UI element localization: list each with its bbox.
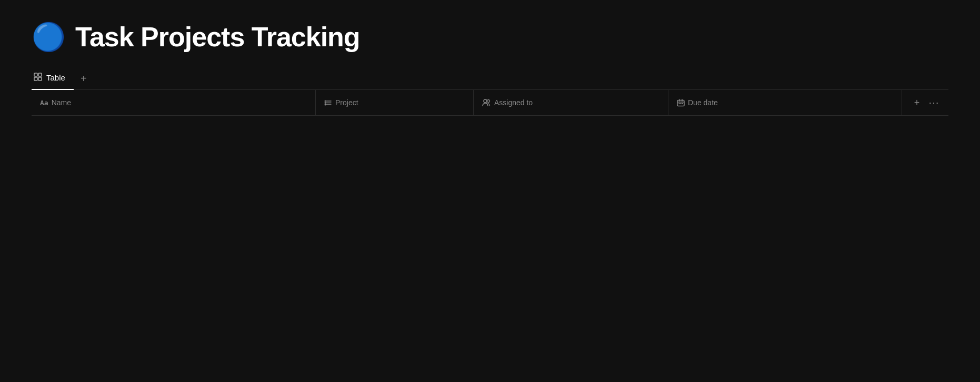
svg-point-11: [487, 100, 490, 103]
column-assigned-to[interactable]: Assigned to: [474, 90, 668, 115]
column-project[interactable]: Project: [316, 90, 474, 115]
tab-table-label: Table: [46, 73, 65, 82]
svg-rect-2: [34, 77, 37, 81]
column-name-label: Name: [52, 98, 71, 107]
page-container: 🔵 Task Projects Tracking Table + Aa Na: [0, 0, 980, 326]
svg-rect-16: [679, 103, 680, 104]
add-column-button[interactable]: +: [911, 96, 923, 109]
project-icon: [324, 99, 332, 107]
name-type-icon: Aa: [40, 99, 48, 107]
svg-rect-18: [682, 103, 683, 104]
table-icon: [34, 73, 42, 83]
column-assigned-to-label: Assigned to: [494, 98, 533, 107]
svg-rect-1: [38, 73, 42, 76]
svg-point-10: [484, 99, 487, 103]
table-body: [32, 116, 948, 326]
svg-rect-3: [38, 77, 42, 81]
column-actions: + ⋯: [902, 90, 948, 115]
svg-rect-0: [34, 73, 37, 76]
page-title: Task Projects Tracking: [75, 21, 360, 53]
due-date-icon: [677, 99, 685, 107]
add-view-button[interactable]: +: [76, 71, 92, 86]
svg-point-9: [325, 104, 326, 105]
page-icon: 🔵: [32, 23, 66, 51]
table-container: Aa Name Project: [32, 90, 948, 326]
tab-table[interactable]: Table: [32, 67, 74, 90]
table-header: Aa Name Project: [32, 90, 948, 116]
page-header: 🔵 Task Projects Tracking: [32, 21, 948, 53]
svg-rect-17: [681, 103, 682, 104]
view-tabs: Table +: [32, 67, 948, 90]
more-options-button[interactable]: ⋯: [927, 96, 940, 109]
svg-point-8: [325, 102, 326, 104]
column-due-date[interactable]: Due date: [668, 90, 902, 115]
assigned-to-icon: [482, 99, 491, 106]
column-project-label: Project: [335, 98, 358, 107]
column-name[interactable]: Aa Name: [32, 90, 316, 115]
svg-point-7: [325, 100, 326, 102]
column-due-date-label: Due date: [688, 98, 718, 107]
